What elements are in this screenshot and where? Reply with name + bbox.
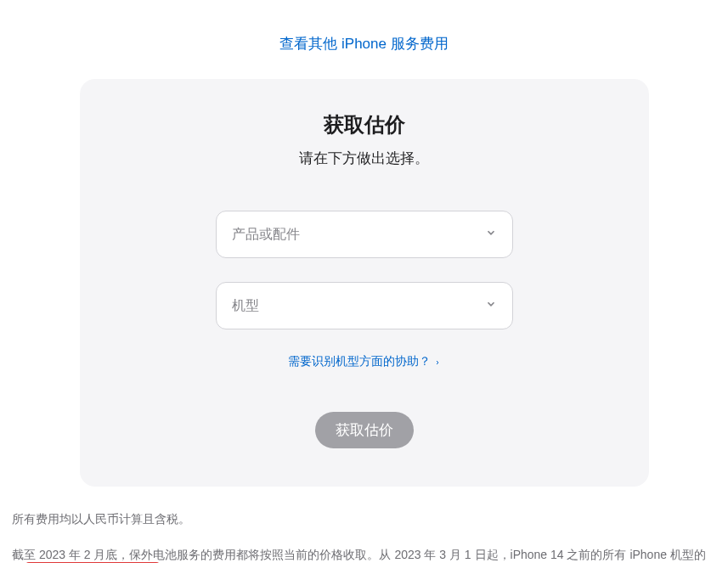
get-estimate-button[interactable]: 获取估价 xyxy=(315,412,414,448)
help-link-label: 需要识别机型方面的协助？ xyxy=(288,354,431,369)
chevron-right-icon xyxy=(434,355,441,369)
top-link-container: 查看其他 iPhone 服务费用 xyxy=(8,34,720,53)
model-dropdown-placeholder: 机型 xyxy=(232,297,259,315)
estimate-card: 获取估价 请在下方做出选择。 产品或配件 机型 需要识别机型方面的协助？ xyxy=(80,79,649,487)
footer-tax-note: 所有费用均以人民币计算且含税。 xyxy=(12,510,716,528)
footer-container: 所有费用均以人民币计算且含税。 截至 2023 年 2 月底，保外电池服务的费用… xyxy=(8,510,720,563)
other-services-link[interactable]: 查看其他 iPhone 服务费用 xyxy=(279,36,448,52)
chevron-down-icon xyxy=(485,298,497,313)
card-title: 获取估价 xyxy=(114,111,615,138)
help-link[interactable]: 需要识别机型方面的协助？ xyxy=(288,354,441,369)
model-dropdown[interactable]: 机型 xyxy=(216,282,513,329)
product-dropdown-placeholder: 产品或配件 xyxy=(232,226,300,244)
footer-price-note: 截至 2023 年 2 月底，保外电池服务的费用都将按照当前的价格收取。从 20… xyxy=(12,543,716,563)
chevron-down-icon xyxy=(485,227,497,242)
product-dropdown[interactable]: 产品或配件 xyxy=(216,211,513,258)
card-subtitle: 请在下方做出选择。 xyxy=(114,149,615,168)
